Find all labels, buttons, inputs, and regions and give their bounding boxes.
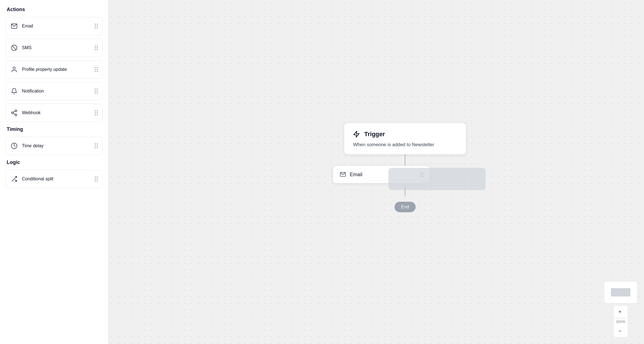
- email-node-icon: [340, 171, 346, 178]
- sms-label: SMS: [22, 45, 32, 50]
- sidebar-item-email[interactable]: Email: [6, 17, 103, 35]
- svg-marker-12: [354, 131, 359, 137]
- svg-point-3: [13, 67, 15, 69]
- trigger-node[interactable]: Trigger When someone is added to Newslet…: [344, 123, 466, 154]
- svg-line-8: [13, 111, 15, 112]
- timing-section-title: Timing: [6, 126, 103, 132]
- mini-map-viewport: [611, 288, 630, 296]
- notification-label: Notification: [22, 89, 44, 94]
- ghost-placeholder-node: [388, 168, 486, 190]
- notification-icon: [10, 87, 18, 95]
- notification-drag-handle[interactable]: [95, 89, 98, 94]
- sidebar-item-conditional-split[interactable]: Conditional split: [6, 170, 103, 188]
- conditional-split-drag-handle[interactable]: [95, 176, 98, 181]
- logic-section-title: Logic: [6, 159, 103, 165]
- end-node: End: [395, 202, 416, 212]
- sidebar-item-notification[interactable]: Notification: [6, 82, 103, 100]
- sidebar-item-profile-property-update[interactable]: Profile property update: [6, 60, 103, 79]
- svg-line-2: [12, 46, 16, 50]
- trigger-icon: [352, 130, 361, 139]
- profile-property-update-label: Profile property update: [22, 67, 67, 72]
- svg-line-7: [13, 113, 15, 114]
- sidebar-item-webhook[interactable]: Webhook: [6, 104, 103, 122]
- email-icon: [10, 22, 18, 30]
- sms-drag-handle[interactable]: [95, 45, 98, 50]
- actions-section-title: Actions: [6, 7, 103, 13]
- split-icon: [10, 175, 18, 183]
- profile-property-update-drag-handle[interactable]: [95, 67, 98, 72]
- time-delay-drag-handle[interactable]: [95, 143, 98, 148]
- zoom-controls: + 101% −: [604, 281, 637, 337]
- trigger-title: Trigger: [364, 131, 385, 138]
- webhook-label: Webhook: [22, 110, 41, 115]
- zoom-button-group: + 101% −: [613, 306, 628, 337]
- nodes-row: Email: [333, 166, 477, 191]
- clock-icon: [10, 142, 18, 150]
- sms-icon: [10, 44, 18, 52]
- connector-line-1: [405, 154, 405, 166]
- profile-icon: [10, 66, 18, 73]
- zoom-out-button[interactable]: −: [614, 325, 626, 337]
- sidebar-item-sms[interactable]: SMS: [6, 39, 103, 57]
- zoom-in-button[interactable]: +: [614, 306, 626, 318]
- trigger-description: When someone is added to Newsletter: [352, 142, 458, 148]
- workflow-canvas[interactable]: Trigger When someone is added to Newslet…: [108, 0, 644, 344]
- sidebar: Actions Email SMS: [0, 0, 108, 344]
- workflow-area: Trigger When someone is added to Newslet…: [333, 123, 477, 212]
- zoom-level-display: 101%: [614, 318, 627, 325]
- sidebar-item-time-delay[interactable]: Time delay: [6, 137, 103, 155]
- email-node-label: Email: [350, 171, 362, 177]
- svg-line-11: [15, 180, 17, 181]
- time-delay-label: Time delay: [22, 143, 44, 148]
- mini-map: [604, 281, 637, 303]
- email-drag-handle[interactable]: [95, 24, 98, 29]
- email-label: Email: [22, 24, 33, 29]
- webhook-drag-handle[interactable]: [95, 110, 98, 115]
- webhook-icon: [10, 109, 18, 117]
- conditional-split-label: Conditional split: [22, 176, 53, 181]
